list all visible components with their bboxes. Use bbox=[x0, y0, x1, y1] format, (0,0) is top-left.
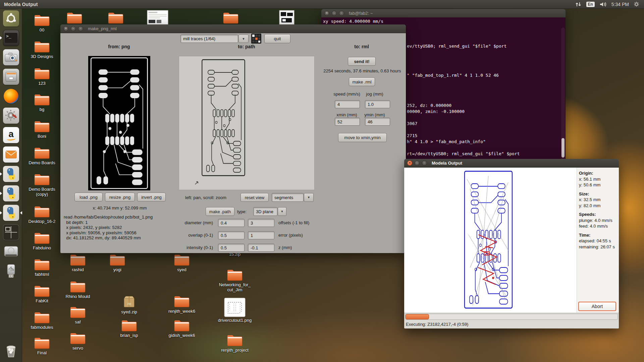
path-type-select[interactable]: 3D plane bbox=[253, 207, 277, 216]
terminal-scrollbar[interactable] bbox=[561, 27, 565, 161]
desktop-icon-drivercutout1-png[interactable]: drivercutout1.png bbox=[215, 298, 255, 323]
launcher-item-archive-manager[interactable] bbox=[0, 67, 22, 86]
desktop-icon-yogi[interactable]: yogi bbox=[97, 253, 138, 273]
launcher-item-firefox[interactable] bbox=[0, 86, 22, 106]
invert-png-button[interactable]: invert .png bbox=[137, 193, 166, 201]
diameter-input[interactable]: 0.4 bbox=[218, 219, 245, 227]
launcher-item-trash[interactable] bbox=[0, 341, 22, 361]
desktop-icon-123[interactable]: 123 bbox=[22, 67, 62, 86]
fab-titlebar[interactable]: ✕ – ▫ make_png_rml bbox=[60, 24, 406, 33]
desktop-icon-screenshot[interactable] bbox=[138, 10, 178, 25]
clock[interactable]: 5:34 PM bbox=[611, 2, 629, 7]
reset-view-button[interactable]: reset view bbox=[240, 193, 269, 202]
speed-input[interactable]: 4 bbox=[335, 100, 360, 108]
desktop-icon-servo[interactable]: servo bbox=[58, 331, 98, 351]
desktop-icon-label: saf bbox=[75, 320, 80, 325]
desktop-icon-desktop-16-2[interactable]: Desktop_16-2 bbox=[22, 205, 62, 224]
desktop-icon-demo-boards-copy-[interactable]: Demo Boards (copy) bbox=[22, 173, 62, 197]
launcher-item-screenshot-app[interactable] bbox=[0, 48, 22, 67]
desktop-icon-label: brian_isp bbox=[120, 333, 138, 338]
make-path-button[interactable]: make .path bbox=[206, 207, 234, 216]
desktop-icon-bg[interactable]: bg bbox=[22, 93, 62, 112]
desktop-icon-folder[interactable] bbox=[96, 11, 136, 24]
overlap-input[interactable]: 0.5 bbox=[218, 231, 245, 239]
desktop-icon-rhino-mould[interactable]: Rhino Mould bbox=[58, 280, 98, 299]
launcher-item-system-settings[interactable] bbox=[0, 106, 22, 125]
desktop-icon-3d-designs[interactable]: 3D Designs bbox=[22, 40, 62, 59]
launcher-item-dash[interactable] bbox=[0, 9, 22, 28]
desktop-icon-fabduino[interactable]: Fabduino bbox=[22, 231, 62, 251]
launcher-item-hard-disk[interactable] bbox=[0, 242, 22, 261]
resize-png-button[interactable]: resize .png bbox=[105, 193, 135, 201]
load-png-button[interactable]: load .png bbox=[74, 193, 103, 201]
preset-dropdown-arrow[interactable]: ▼ bbox=[238, 35, 249, 43]
minimize-icon[interactable]: – bbox=[71, 26, 76, 31]
desktop-icon-brian-isp[interactable]: brian_isp bbox=[109, 319, 149, 338]
diameter-input-2[interactable]: 3 bbox=[248, 219, 274, 227]
desktop-icon-syed[interactable]: syed bbox=[162, 253, 202, 273]
move-to-xmin-ymin-button[interactable]: move to xmin,ymin bbox=[338, 133, 387, 142]
folder-icon bbox=[34, 205, 50, 218]
ymin-input[interactable]: 46 bbox=[365, 118, 390, 126]
view-mode-select[interactable]: segments bbox=[272, 193, 304, 202]
send-it-button[interactable]: send it! bbox=[348, 57, 376, 66]
desktop-icon-pcb[interactable] bbox=[267, 10, 307, 25]
launcher-item-python[interactable] bbox=[0, 184, 22, 203]
intensity-input-2[interactable]: -0.1 bbox=[248, 244, 274, 252]
desktop-icon-fabkit[interactable]: FabKit bbox=[22, 284, 62, 304]
desktop-icon-rashid[interactable]: rashid bbox=[58, 253, 98, 273]
desktop-icon-boni[interactable]: Boni bbox=[22, 120, 62, 139]
launcher-item-terminal[interactable]: >_ bbox=[0, 28, 22, 48]
launcher-item-workspace-switcher[interactable] bbox=[0, 223, 22, 242]
make-rml-button[interactable]: make .rml bbox=[349, 77, 375, 86]
desktop-icon-saf[interactable]: saf bbox=[58, 305, 98, 325]
info-section-heading: Origin: bbox=[579, 170, 618, 176]
intensity-input[interactable]: 0.5 bbox=[218, 244, 245, 252]
preset-select[interactable]: mill traces (1/64) bbox=[180, 35, 238, 43]
desktop-icon-fabmodules[interactable]: fabmodules bbox=[22, 311, 62, 330]
close-icon[interactable]: ✕ bbox=[324, 11, 329, 16]
desktop-icon-folder[interactable] bbox=[54, 11, 95, 24]
keyboard-layout-indicator[interactable]: En bbox=[586, 2, 595, 7]
launcher-item-amazon[interactable]: a bbox=[0, 125, 22, 145]
desktop-icon-renjith-week6[interactable]: renjith_week6 bbox=[162, 295, 202, 314]
launcher-item-mail[interactable] bbox=[0, 145, 22, 164]
xmin-input[interactable]: 52 bbox=[335, 118, 360, 126]
desktop-icon-syed-zip[interactable]: zipsyed.zip bbox=[109, 295, 149, 315]
minimize-icon[interactable]: – bbox=[415, 161, 420, 166]
desktop-icon-label: Rhino Mould bbox=[66, 294, 90, 299]
desktop-icon-renjith-project[interactable]: renjith_project bbox=[215, 334, 255, 353]
desktop-icon-folder[interactable] bbox=[211, 11, 251, 24]
view-mode-dropdown-arrow[interactable]: ▼ bbox=[304, 193, 314, 202]
path-view-canvas[interactable] bbox=[179, 56, 315, 190]
abort-button[interactable]: Abort bbox=[578, 302, 616, 311]
path-type-dropdown-arrow[interactable]: ▼ bbox=[278, 207, 286, 216]
pcb-thumbnail-icon bbox=[279, 10, 294, 25]
close-icon[interactable]: ✕ bbox=[63, 26, 68, 31]
maximize-icon[interactable]: ▫ bbox=[339, 11, 344, 16]
scrollbar-thumb[interactable] bbox=[561, 138, 565, 158]
overlap-label: overlap (0-1) bbox=[141, 233, 213, 238]
desktop-icon-gidish-week6[interactable]: gidish_week6 bbox=[162, 319, 202, 338]
maximize-icon[interactable]: ▫ bbox=[78, 26, 83, 31]
desktop-icon-networking-for-cut-jim[interactable]: Networking_for_ cut_Jim bbox=[215, 268, 255, 293]
desktop-icon-final[interactable]: Final bbox=[22, 336, 62, 356]
minimize-icon[interactable]: – bbox=[332, 11, 337, 16]
network-indicator-icon[interactable] bbox=[575, 2, 582, 7]
launcher-item-usb-drive[interactable] bbox=[0, 261, 22, 281]
jog-input[interactable]: 1.0 bbox=[365, 100, 390, 108]
quit-button[interactable]: quit bbox=[264, 34, 290, 43]
terminal-titlebar[interactable]: ✕ – ▫ fab@fab2: ~ bbox=[321, 9, 566, 18]
overlap-input-2[interactable]: 1 bbox=[248, 231, 274, 239]
maximize-icon[interactable]: ▫ bbox=[422, 161, 427, 166]
launcher-item-python[interactable] bbox=[0, 203, 22, 223]
desktop-icon-demo-boards[interactable]: Demo Boards bbox=[22, 146, 62, 166]
modela-titlebar[interactable]: ✕ – ▫ Modela Output bbox=[404, 159, 619, 168]
launcher-item-python[interactable] bbox=[0, 164, 22, 184]
close-icon[interactable]: ✕ bbox=[407, 161, 412, 166]
volume-indicator-icon[interactable] bbox=[599, 2, 607, 7]
desktop-icon-fabhtml[interactable]: fabhtml bbox=[22, 258, 62, 277]
terminal-line: 3067 bbox=[407, 121, 417, 126]
folder-icon bbox=[34, 336, 50, 350]
session-gear-icon[interactable] bbox=[634, 1, 639, 7]
